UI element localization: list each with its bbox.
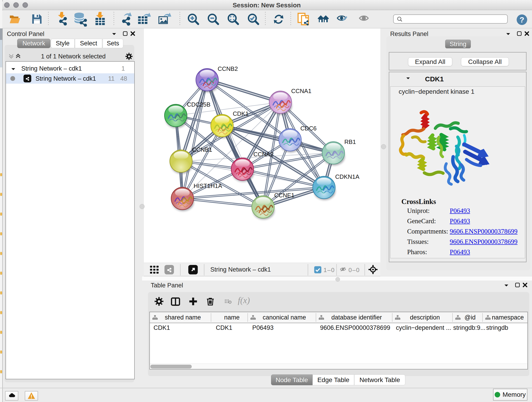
svg-text:HIST1H1A: HIST1H1A xyxy=(194,182,222,189)
svg-text:CDK1: CDK1 xyxy=(233,110,249,117)
svg-text:CDC6: CDC6 xyxy=(300,125,317,132)
svg-text:CCNB1: CCNB1 xyxy=(192,146,212,153)
svg-text:CCNA2: CCNA2 xyxy=(253,151,273,158)
svg-text:CDKN1A: CDKN1A xyxy=(335,173,360,180)
svg-text:RB1: RB1 xyxy=(344,138,356,145)
svg-text:CCNA1: CCNA1 xyxy=(291,88,311,95)
svg-text:CCNE1: CCNE1 xyxy=(274,192,294,199)
svg-text:CDC25B: CDC25B xyxy=(187,101,210,108)
svg-text:CCNB2: CCNB2 xyxy=(218,65,238,72)
